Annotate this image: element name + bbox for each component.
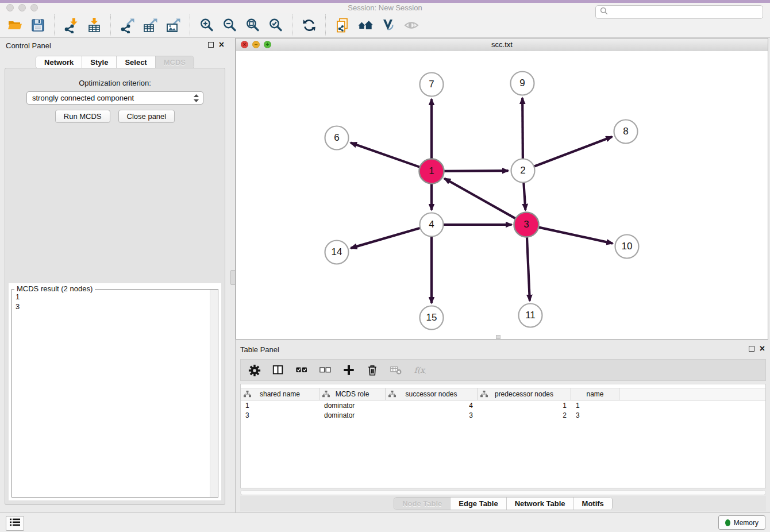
run-mcds-button[interactable]: Run MCDS — [55, 110, 110, 123]
table-row[interactable]: 1dominator411 — [241, 400, 765, 410]
optimization-criterion-select[interactable]: strongly connected component — [26, 91, 203, 105]
node-2[interactable]: 2 — [511, 159, 535, 183]
node-11[interactable]: 11 — [519, 304, 542, 327]
export-table-button[interactable] — [140, 15, 161, 36]
cell-shared-name[interactable]: 1 — [241, 402, 319, 410]
edge-2-9[interactable] — [522, 98, 523, 160]
home-button[interactable] — [355, 15, 376, 36]
cell-MCDS-role[interactable]: dominator — [319, 411, 386, 419]
search-box[interactable] — [595, 5, 763, 19]
svg-text:6: 6 — [334, 132, 339, 143]
table-tab-network-table[interactable]: Network Table — [506, 498, 573, 510]
mcds-result-item: 1 — [16, 292, 218, 302]
clone-network-button[interactable] — [332, 15, 353, 36]
import-table-button[interactable] — [84, 15, 105, 36]
control-tab-select[interactable]: Select — [116, 56, 155, 68]
network-canvas[interactable]: 7968124314101511 — [236, 51, 768, 339]
cell-shared-name[interactable]: 3 — [241, 411, 319, 419]
delete-columns-button[interactable] — [365, 363, 379, 377]
node-8[interactable]: 8 — [614, 120, 638, 144]
table-tab-motifs[interactable]: Motifs — [573, 498, 612, 510]
close-panel-button[interactable]: Close panel — [118, 110, 175, 123]
column-label: shared name — [260, 390, 300, 398]
network-minimize-button[interactable]: – — [252, 41, 260, 48]
column-label: name — [586, 390, 603, 398]
control-tab-network[interactable]: Network — [36, 56, 82, 68]
refresh-button[interactable] — [299, 15, 319, 36]
table-row[interactable]: 3dominator323 — [241, 410, 765, 420]
table-tab-edge-table[interactable]: Edge Table — [450, 498, 506, 510]
network-maximize-button[interactable]: + — [264, 41, 271, 48]
mcds-result-frame: MCDS result (2 nodes) 13 — [11, 289, 218, 498]
task-history-button[interactable] — [6, 516, 24, 531]
export-image-button[interactable] — [163, 15, 184, 36]
memory-status-icon — [725, 519, 730, 526]
network-window-titlebar[interactable]: × – + scc.txt — [236, 38, 768, 52]
control-tab-mcds[interactable]: MCDS — [155, 56, 194, 68]
window-resize-handle[interactable] — [496, 335, 500, 339]
panel-splitter[interactable] — [230, 38, 236, 512]
result-scrollbar[interactable] — [210, 290, 218, 497]
column-header-MCDS-role[interactable]: MCDS role — [319, 388, 386, 400]
edge-3-10[interactable] — [537, 227, 613, 244]
network-close-button[interactable]: × — [241, 41, 248, 48]
splitter-handle[interactable] — [230, 270, 236, 285]
svg-text:10: 10 — [622, 241, 633, 252]
close-table-panel-icon[interactable]: × — [760, 345, 765, 353]
node-9[interactable]: 9 — [511, 72, 534, 95]
dropdown-stepper-icon — [194, 94, 199, 104]
float-panel-icon[interactable] — [208, 42, 214, 48]
control-tab-style[interactable]: Style — [82, 56, 116, 68]
column-header-shared-name[interactable]: shared name — [241, 388, 319, 400]
table-horizontal-scrollbar[interactable] — [240, 490, 766, 495]
node-14[interactable]: 14 — [325, 241, 349, 264]
edge-4-14[interactable] — [351, 228, 421, 248]
node-10[interactable]: 10 — [615, 235, 639, 259]
close-panel-icon[interactable]: × — [219, 41, 224, 49]
cell-successor-nodes[interactable]: 4 — [386, 402, 478, 410]
cell-predecessor-nodes[interactable]: 1 — [478, 402, 571, 410]
node-3[interactable]: 3 — [514, 213, 539, 237]
table-tab-node-table[interactable]: Node Table — [394, 498, 450, 510]
edge-3-11[interactable] — [527, 235, 530, 300]
cell-successor-nodes[interactable]: 3 — [386, 411, 478, 419]
mcds-tab-content: Optimization criterion: strongly connect… — [5, 68, 225, 505]
column-header-successor-nodes[interactable]: successor nodes — [386, 388, 478, 400]
cell-MCDS-role[interactable]: dominator — [319, 402, 386, 410]
open-session-button[interactable] — [5, 15, 25, 36]
search-input[interactable] — [608, 6, 763, 18]
zoom-fit-button[interactable] — [242, 15, 263, 36]
edge-3-1[interactable] — [444, 179, 517, 219]
column-header-predecessor-nodes[interactable]: predecessor nodes — [478, 388, 571, 400]
import-network-button[interactable] — [61, 15, 82, 36]
edge-1-2[interactable] — [442, 171, 508, 171]
table-options-gear-button[interactable] — [248, 363, 261, 377]
save-session-button[interactable] — [28, 15, 48, 36]
edge-2-3[interactable] — [523, 181, 525, 210]
cell-predecessor-nodes[interactable]: 2 — [478, 411, 571, 419]
zoom-in-button[interactable] — [197, 15, 217, 36]
export-network-button[interactable] — [117, 15, 138, 36]
network-graph[interactable]: 7968124314101511 — [236, 51, 768, 339]
zoom-selected-button[interactable] — [265, 15, 286, 36]
style-tool-button[interactable] — [378, 15, 399, 36]
show-all-columns-button[interactable] — [295, 363, 309, 377]
header-filler — [619, 388, 765, 400]
node-15[interactable]: 15 — [420, 306, 444, 330]
hide-all-columns-button[interactable] — [318, 363, 332, 377]
node-6[interactable]: 6 — [325, 126, 349, 150]
node-7[interactable]: 7 — [420, 73, 444, 97]
memory-button[interactable]: Memory — [718, 515, 765, 530]
node-1[interactable]: 1 — [419, 159, 444, 184]
edge-1-6[interactable] — [351, 142, 421, 167]
memory-label: Memory — [734, 519, 759, 527]
node-4[interactable]: 4 — [420, 213, 444, 237]
float-table-panel-icon[interactable] — [749, 346, 754, 352]
edge-2-8[interactable] — [533, 137, 612, 167]
column-header-name[interactable]: name — [571, 388, 619, 400]
create-column-button[interactable] — [342, 363, 356, 377]
cell-name[interactable]: 1 — [571, 402, 619, 410]
zoom-out-button[interactable] — [220, 15, 240, 36]
cell-name[interactable]: 3 — [571, 411, 619, 419]
show-column-panel-button[interactable] — [271, 363, 285, 377]
